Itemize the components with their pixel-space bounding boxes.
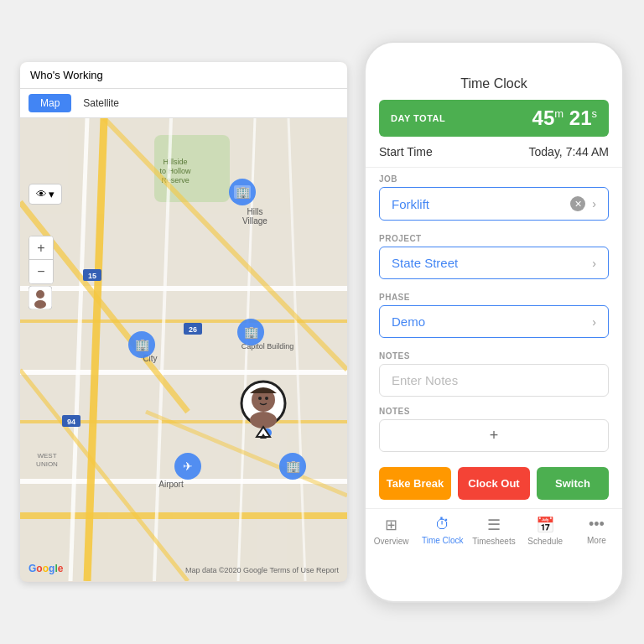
phone-title: Time Clock bbox=[366, 70, 622, 100]
svg-text:Hills: Hills bbox=[247, 207, 263, 216]
zoom-controls: + − bbox=[29, 236, 54, 284]
notes-input[interactable]: Enter Notes bbox=[379, 364, 609, 397]
notes-add-row[interactable]: + bbox=[379, 419, 609, 452]
project-value: State Street bbox=[392, 256, 592, 270]
phone-notch bbox=[460, 48, 527, 65]
day-total-minutes: 45 bbox=[532, 106, 555, 129]
svg-text:UNION: UNION bbox=[36, 460, 58, 468]
tab-satellite[interactable]: Satellite bbox=[71, 94, 131, 112]
timeclock-icon: ⏱ bbox=[435, 516, 450, 533]
svg-point-49 bbox=[258, 397, 262, 400]
person-layer-icon[interactable] bbox=[29, 286, 52, 309]
svg-text:🏢: 🏢 bbox=[286, 460, 301, 474]
svg-point-50 bbox=[265, 397, 268, 400]
phone-top-bar bbox=[366, 43, 622, 70]
svg-text:✈: ✈ bbox=[183, 460, 193, 473]
nav-overview-label: Overview bbox=[374, 537, 409, 546]
schedule-icon: 📅 bbox=[536, 516, 554, 534]
start-time-label: Start Time bbox=[379, 145, 433, 158]
start-time-row: Start Time Today, 7:44 AM bbox=[366, 137, 622, 168]
day-total-seconds: 21 bbox=[569, 106, 592, 129]
zoom-in-button[interactable]: + bbox=[29, 236, 53, 260]
nav-overview[interactable]: ⊞ Overview bbox=[366, 516, 417, 546]
svg-text:15: 15 bbox=[88, 272, 96, 280]
phone-content: Time Clock DAY TOTAL 45m 21s Start Time … bbox=[366, 70, 622, 601]
google-logo: Google bbox=[29, 563, 63, 574]
overview-icon: ⊞ bbox=[385, 516, 397, 534]
svg-text:Village: Village bbox=[242, 216, 267, 226]
timesheets-icon: ☰ bbox=[487, 516, 501, 534]
svg-text:94: 94 bbox=[67, 418, 75, 426]
day-total-bar: DAY TOTAL 45m 21s bbox=[379, 100, 609, 137]
map-header: Who's Working bbox=[20, 62, 347, 89]
eye-button[interactable]: 👁 ▾ bbox=[29, 184, 62, 205]
nav-timeclock[interactable]: ⏱ Time Clock bbox=[417, 516, 468, 546]
job-chevron-icon: › bbox=[592, 197, 596, 210]
bottom-nav: ⊞ Overview ⏱ Time Clock ☰ Timesheets 📅 S… bbox=[366, 508, 622, 556]
svg-text:26: 26 bbox=[189, 325, 197, 334]
plus-icon: + bbox=[490, 427, 499, 444]
phase-section-label: PHASE bbox=[366, 286, 622, 305]
take-break-button[interactable]: Take Break bbox=[379, 467, 451, 500]
job-field-icons: ✕ › bbox=[570, 196, 596, 211]
tab-map[interactable]: Map bbox=[29, 94, 71, 112]
notes-section-label: NOTES bbox=[366, 345, 622, 364]
job-section-label: JOB bbox=[366, 168, 622, 187]
svg-text:🏢: 🏢 bbox=[244, 325, 259, 340]
svg-rect-9 bbox=[20, 479, 347, 484]
svg-text:Hillside: Hillside bbox=[163, 158, 187, 166]
clock-out-button[interactable]: Clock Out bbox=[458, 467, 530, 500]
notes2-section-label: NOTES bbox=[366, 400, 622, 419]
svg-text:🏢: 🏢 bbox=[135, 338, 150, 352]
nav-schedule[interactable]: 📅 Schedule bbox=[520, 516, 571, 546]
svg-rect-10 bbox=[20, 512, 347, 519]
svg-point-54 bbox=[36, 290, 44, 299]
job-field[interactable]: Forklift ✕ › bbox=[379, 187, 609, 221]
svg-text:WEST: WEST bbox=[37, 452, 56, 460]
nav-more-label: More bbox=[587, 536, 606, 545]
svg-text:Airport: Airport bbox=[158, 480, 184, 489]
nav-more[interactable]: ••• More bbox=[571, 516, 622, 546]
phase-chevron-icon: › bbox=[592, 315, 596, 329]
map-footer-text: Map data ©2020 Google Terms of Use Repor… bbox=[185, 566, 339, 574]
map-tabs-bar: Map Satellite bbox=[20, 89, 347, 118]
nav-timesheets-label: Timesheets bbox=[472, 537, 515, 546]
action-buttons: Take Break Clock Out Switch bbox=[366, 459, 622, 508]
map-view-controls: 👁 ▾ bbox=[29, 184, 62, 205]
more-icon: ••• bbox=[589, 516, 605, 533]
svg-point-55 bbox=[34, 300, 46, 309]
project-section-label: PROJECT bbox=[366, 227, 622, 247]
nav-schedule-label: Schedule bbox=[527, 537, 563, 546]
switch-button[interactable]: Switch bbox=[537, 467, 609, 500]
day-total-time: 45m 21s bbox=[532, 106, 597, 130]
eye-icon: 👁 bbox=[36, 188, 47, 200]
eye-dropdown-icon: ▾ bbox=[49, 188, 55, 200]
zoom-out-button[interactable]: − bbox=[29, 260, 53, 283]
nav-timesheets[interactable]: ☰ Timesheets bbox=[468, 516, 519, 546]
project-chevron-icon: › bbox=[592, 257, 596, 270]
whos-working-title: Who's Working bbox=[30, 69, 103, 81]
phone-panel: Time Clock DAY TOTAL 45m 21s Start Time … bbox=[364, 41, 624, 603]
project-field[interactable]: State Street › bbox=[379, 247, 609, 279]
start-time-value: Today, 7:44 AM bbox=[529, 145, 609, 158]
phase-value: Demo bbox=[392, 314, 592, 329]
svg-text:to Hollow: to Hollow bbox=[159, 167, 191, 175]
day-total-label: DAY TOTAL bbox=[391, 113, 445, 123]
nav-timeclock-label: Time Clock bbox=[422, 536, 464, 545]
svg-text:🏢: 🏢 bbox=[236, 185, 251, 200]
map-background: Hillside to Hollow Reserve 15 bbox=[20, 118, 347, 581]
svg-rect-5 bbox=[20, 286, 347, 291]
map-panel: Who's Working Map Satellite Hillside to … bbox=[20, 62, 347, 582]
phase-field[interactable]: Demo › bbox=[379, 305, 609, 338]
job-clear-icon[interactable]: ✕ bbox=[570, 196, 585, 211]
job-value: Forklift bbox=[392, 197, 570, 211]
